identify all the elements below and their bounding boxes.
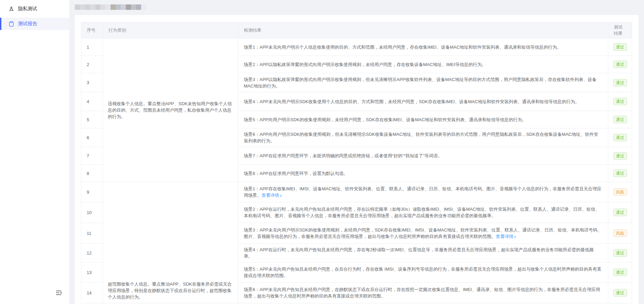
sidebar-item-privacy-test[interactable]: 隐私测试 [0,3,69,15]
test-result-cell: 通过 [608,202,632,223]
test-result-cell: 通过 [608,147,632,165]
row-index-cell: 6 [81,128,103,147]
table-row: 9超范围收集个人信息。重点整治APP、SDK非服务所必需或无合理应用场景，特别是… [81,182,632,202]
status-badge: 通过 [613,152,627,160]
status-badge: 通过 [613,43,627,51]
test-result-cell: 通过 [608,262,632,283]
status-badge: 通过 [613,134,627,141]
redacted-page-title [75,4,639,10]
redacted-text-block [80,4,85,10]
row-index-cell: 3 [81,73,103,92]
row-index-cell: 4 [81,92,103,111]
row-index-cell: 2 [81,56,103,73]
sidebar: 隐私测试 测试报告 [0,0,70,304]
column-header-2: 检测结果 [238,22,608,38]
detection-result-cell: 场景2：APP以隐私政策弹窗的形式向用户明示收集使用规则，未经用户同意，存在收集… [238,56,608,73]
status-badge: 通过 [613,98,627,105]
row-index-cell: 8 [81,165,103,182]
row-index-cell: 7 [81,147,103,165]
status-badge: 通过 [613,289,627,297]
detection-result-cell: 场景3：APP未见向用户明示SDK的收集使用规则，未经用户同意，SDK存在收集I… [238,223,608,244]
status-badge: 通过 [613,170,627,177]
redacted-text-block [141,4,146,10]
detection-result-cell: 场景3：APP以隐私政策弹窗的形式向用户明示收集使用规则，但未见清晰明示APP收… [238,73,608,92]
status-badge: 通过 [613,61,627,68]
detection-result-cell: 场景4：APP未见向用户明示SDK收集使用个人信息的目的、方式和范围，未经用户同… [238,92,608,111]
test-result-cell: 通过 [608,128,632,147]
test-result-cell: 通过 [608,283,632,303]
detection-result-cell: 场景6：APP向用户明示SDK的收集使用规则，但未见清晰明示SDK收集设备MAC… [238,128,608,147]
status-badge: 通过 [613,269,627,276]
clipboard-icon [9,21,14,27]
row-index-cell: 14 [81,283,103,303]
redacted-text-block [116,4,121,10]
test-result-cell: 通过 [608,244,632,262]
view-details-link[interactable]: 查看详情∨ [261,193,282,198]
row-index-cell: 12 [81,244,103,262]
redacted-text-block [121,4,126,10]
detection-result-cell: 场景5：APP向用户明示SDK的收集使用规则，未经用户同意，SDK存在收集IME… [238,111,608,128]
menu-fold-icon[interactable] [56,290,62,295]
detection-result-cell: 场景4：APP在运行时，未见向用户告知且未经用户同意，存在每2秒读取一次IMEI… [238,244,608,262]
status-badge: 通过 [613,79,627,86]
column-header-0: 序号 [81,22,103,38]
status-badge: 通过 [613,209,627,216]
status-badge: 通过 [613,116,627,123]
redacted-text-block [105,4,111,10]
test-report-table: 序号行为类别检测结果测试结果 1违规收集个人信息。重点整治APP、SDK未告知用… [81,22,632,303]
detection-result-cell: 场景2：APP在运行时，未见向用户告知且未经用户同意，存在以特定频率（如每30s… [238,202,608,223]
redacted-text-block [85,4,90,10]
table-row: 1违规收集个人信息。重点整治APP、SDK未告知用户收集个人信息的目的、方式、范… [81,38,632,56]
row-index-cell: 1 [81,38,103,56]
row-index-cell: 5 [81,111,103,128]
redacted-text-block [136,4,141,10]
detection-result-cell: 场景6：APP未见向用户告知且未经用户同意，在静默状态下或在后台运行时，存在按照… [238,283,608,303]
behavior-category-cell: 违规收集个人信息。重点整治APP、SDK未告知用户收集个人信息的目的、方式、范围… [103,38,238,182]
sidebar-item-label: 测试报告 [18,21,37,27]
redacted-text-block [126,4,131,10]
view-details-link[interactable]: 查看详情∨ [496,234,516,239]
redacted-text-block [95,4,100,10]
row-index-cell: 11 [81,223,103,244]
detection-result-cell: 场景5：APP未见向用户告知且未经用户同意，在后台行为时，存在收集 IMSI、设… [238,262,608,283]
redacted-text-block [111,4,116,10]
redacted-text-block [75,4,80,10]
report-card: 序号行为类别检测结果测试结果 1违规收集个人信息。重点整治APP、SDK未告知用… [75,15,639,304]
test-result-cell: 通过 [608,38,632,56]
row-index-cell: 13 [81,262,103,283]
table-header: 序号行为类别检测结果测试结果 [81,22,632,38]
detection-result-cell: 场景7：APP在征求用户同意环节，未提供明确的同意或拒绝按钮，或者使用“好的”“… [238,147,608,165]
behavior-category-cell: 超范围收集个人信息。重点整治APP、SDK非服务所必需或无合理应用场景，特别是在… [103,182,238,303]
column-header-1: 行为类别 [103,22,238,38]
chevron-down-icon: ∨ [514,235,516,239]
redacted-text-block [100,4,105,10]
redacted-text-block [90,4,95,10]
test-result-cell: 风险 [608,223,632,244]
chevron-down-icon: ∨ [279,194,282,197]
detection-result-cell: 场景1：APP未见向用户明示个人信息收集使用的目的、方式和范围，未经用户同意，存… [238,38,608,56]
test-result-cell: 风险 [608,182,632,202]
test-result-cell: 通过 [608,111,632,128]
status-badge: 风险 [613,229,627,237]
sidebar-item-test-report[interactable]: 测试报告 [0,18,69,30]
detection-result-cell: 场景1：APP存在收集IMEI、IMSI、设备MAC地址、软件安装列表、位置、联… [238,182,608,202]
row-index-cell: 10 [81,202,103,223]
main-content: 序号行为类别检测结果测试结果 1违规收集个人信息。重点整治APP、SDK未告知用… [70,0,644,304]
compass-icon [9,6,14,12]
status-badge: 风险 [613,188,627,196]
row-index-cell: 9 [81,182,103,202]
status-badge: 通过 [613,249,627,257]
test-result-cell: 通过 [608,165,632,182]
test-result-cell: 通过 [608,73,632,92]
sidebar-item-label: 隐私测试 [18,6,37,12]
redacted-text-block [131,4,136,10]
detection-result-cell: 场景8：APP在征求用户同意环节，设置为默认勾选。 [238,165,608,182]
test-result-cell: 通过 [608,56,632,73]
test-result-cell: 通过 [608,92,632,111]
column-header-3: 测试结果 [608,22,632,38]
